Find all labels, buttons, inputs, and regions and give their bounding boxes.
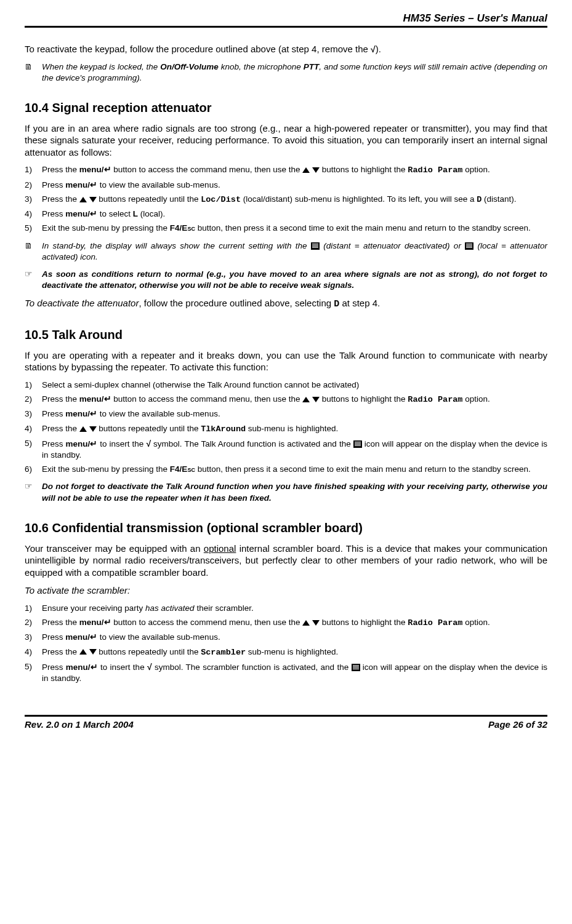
- text: symbol. The Talk Around function is acti…: [151, 439, 353, 448]
- heading-10-5: 10.5 Talk Around: [25, 328, 547, 342]
- num: 1): [25, 380, 32, 391]
- text: menu/↵: [65, 180, 97, 189]
- text: to insert the: [97, 439, 146, 448]
- text: menu/↵: [79, 394, 111, 404]
- num: 4): [25, 209, 32, 220]
- num: 2): [25, 617, 32, 628]
- down-icon: [312, 620, 320, 626]
- text: ).: [376, 44, 381, 54]
- num: 1): [25, 164, 32, 175]
- s106-intro: Your transceiver may be equipped with an…: [25, 543, 547, 579]
- text: button to access the commend menu, then …: [111, 618, 303, 627]
- num: 6): [25, 464, 32, 475]
- text: Radio Param: [408, 165, 462, 175]
- list-item: 1) Press the menu/↵ button to access the…: [25, 164, 547, 176]
- text: to view the available sub-menus.: [97, 632, 220, 642]
- text: Press the: [42, 394, 79, 404]
- note-standby-display: 🗎 In stand-by, the display will always s…: [25, 241, 547, 263]
- text: (local).: [138, 209, 165, 218]
- list-item: 2) Press the menu/↵ button to access the…: [25, 617, 547, 629]
- text: F4/E: [170, 223, 188, 233]
- down-icon: [312, 167, 320, 173]
- num: 3): [25, 408, 32, 420]
- text: buttons to highlight the: [320, 165, 408, 174]
- text: When the keypad is locked, the: [42, 62, 160, 71]
- text: sub-menu is highlighted.: [246, 424, 338, 433]
- list-item: 1) Ensure your receiving party has activ…: [25, 603, 547, 614]
- list-item: 2) Press the menu/↵ button to access the…: [25, 394, 547, 405]
- text: Press: [42, 632, 65, 642]
- text: Press: [42, 439, 66, 448]
- up-icon: [79, 426, 87, 432]
- list-item: 3) Press the buttons repeatedly until th…: [25, 194, 547, 205]
- s104-outro: To deactivate the attenuator, follow the…: [25, 297, 547, 311]
- local-icon: [465, 242, 473, 250]
- list-item: 4) Press the buttons repeatedly until th…: [25, 647, 547, 658]
- text: Exit the sub-menu by pressing the: [42, 464, 170, 474]
- scrambler-icon: [352, 664, 360, 671]
- up-icon: [302, 620, 310, 626]
- text: Ensure your receiving party: [42, 603, 145, 613]
- footer-page: Page 26 of 32: [488, 719, 547, 730]
- num: 2): [25, 394, 32, 405]
- text: To deactivate the attenuator: [25, 298, 139, 308]
- down-icon: [89, 197, 97, 202]
- text: to view the available sub-menus.: [97, 180, 220, 189]
- text: Your transceiver may be equipped with an: [25, 543, 204, 554]
- list-item: 4) Press menu/↵ to select L (local).: [25, 209, 547, 220]
- list-item: 2) Press menu/↵ to view the available su…: [25, 180, 547, 191]
- text: optional: [204, 543, 236, 554]
- text: button to access the command menu, then …: [111, 165, 303, 174]
- text: sc: [187, 464, 195, 474]
- text: buttons repeatedly until the: [97, 647, 201, 656]
- footer-rev: Rev. 2.0 on 1 March 2004: [25, 719, 134, 730]
- text: D: [334, 299, 339, 309]
- text: buttons to highlight the: [320, 394, 408, 404]
- s106-list: 1) Ensure your receiving party has activ…: [25, 603, 547, 684]
- text: button, then press it a second time to e…: [195, 464, 531, 474]
- distant-icon: [311, 242, 320, 250]
- text: button, then press it a second time to e…: [195, 223, 531, 233]
- hand-icon: ☞: [25, 481, 33, 492]
- text: TlkAround: [201, 424, 246, 434]
- text: to insert the: [98, 663, 147, 672]
- text: menu/↵: [65, 409, 97, 418]
- list-item: 3) Press menu/↵ to view the available su…: [25, 408, 547, 420]
- list-item: 6) Exit the sub-menu by pressing the F4/…: [25, 464, 547, 475]
- text: menu/↵: [66, 663, 98, 672]
- s104-intro: If you are in an area where radio signal…: [25, 122, 547, 159]
- text: (local/distant) sub-menu is highlighted.…: [241, 194, 477, 204]
- text: In stand-by, the display will always sho…: [42, 241, 311, 250]
- text: buttons repeatedly until the: [97, 194, 201, 204]
- text: Do not forget to deactivate the Talk Aro…: [42, 482, 547, 502]
- text: option.: [462, 394, 489, 404]
- text: sc: [187, 223, 195, 233]
- s105-intro: If you are operating with a repeater and…: [25, 349, 547, 373]
- down-icon: [312, 397, 320, 402]
- num: 3): [25, 632, 32, 643]
- text: option.: [462, 618, 489, 627]
- text: F4/E: [170, 464, 188, 474]
- list-item: 3) Press menu/↵ to view the available su…: [25, 632, 547, 643]
- up-icon: [79, 197, 87, 202]
- text: PTT: [304, 62, 320, 71]
- text: Press the: [42, 165, 79, 174]
- text: menu/↵: [79, 618, 111, 627]
- down-icon: [89, 426, 97, 432]
- warn-deactivate-talkaround: ☞ Do not forget to deactivate the Talk A…: [25, 481, 547, 503]
- list-item: 5) Press menu/↵ to insert the √ symbol. …: [25, 661, 547, 684]
- text: their scrambler.: [195, 603, 254, 613]
- text: menu/↵: [66, 439, 98, 448]
- list-item: 5) Exit the sub-menu by pressing the F4/…: [25, 223, 547, 234]
- text: option.: [462, 165, 489, 174]
- text: Scrambler: [201, 648, 246, 657]
- num: 4): [25, 423, 32, 434]
- text: Radio Param: [408, 395, 462, 404]
- text: Select a semi-duplex channel (otherwise …: [42, 380, 359, 389]
- text: Press: [42, 180, 65, 189]
- talkaround-icon: [353, 440, 362, 448]
- text: at step 4.: [339, 298, 380, 308]
- num: 5): [25, 661, 32, 672]
- text: To reactivate the keypad, follow the pro…: [25, 44, 371, 54]
- up-icon: [79, 649, 87, 655]
